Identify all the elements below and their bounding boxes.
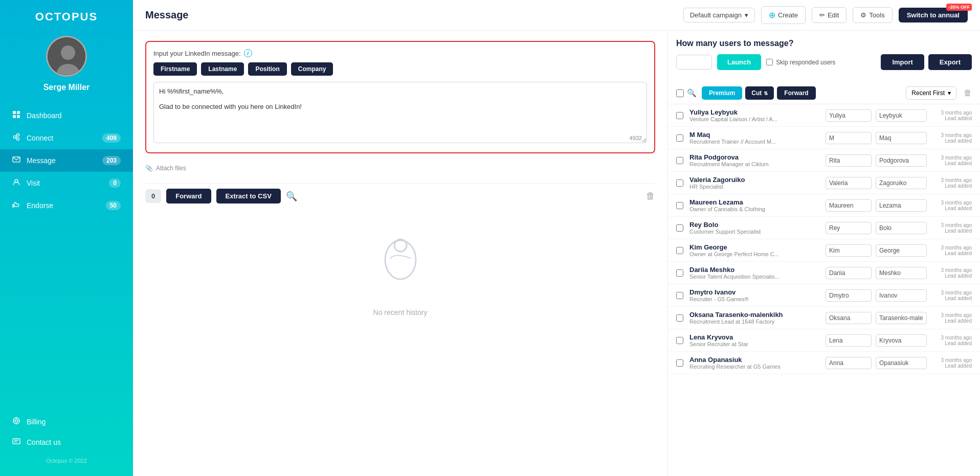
extract-csv-button[interactable]: Extract to CSV <box>216 189 281 203</box>
contact-firstname-input[interactable] <box>826 357 872 369</box>
contact-firstname-input[interactable] <box>826 132 872 144</box>
launch-count-input[interactable] <box>676 55 712 70</box>
contact-lastname-input[interactable] <box>876 312 927 324</box>
contact-checkbox[interactable] <box>676 314 683 322</box>
contact-lastname-input[interactable] <box>876 222 927 234</box>
sidebar-item-dashboard[interactable]: Dashboard <box>0 104 133 127</box>
contact-row: Anna Opanasiuk Recruiting Researcher at … <box>668 352 980 374</box>
launch-button[interactable]: Launch <box>717 54 761 70</box>
premium-filter-button[interactable]: Premium <box>702 86 742 100</box>
contact-lastname-input[interactable] <box>876 199 927 212</box>
contact-firstname-input[interactable] <box>826 109 872 122</box>
contact-firstname-input[interactable] <box>826 177 872 189</box>
contact-checkbox[interactable] <box>676 134 683 142</box>
contact-checkbox[interactable] <box>676 292 683 299</box>
skip-responded-checkbox[interactable] <box>766 59 773 65</box>
main-content: Message Default campaign ▾ ⊕ Create ✏ Ed… <box>133 0 980 476</box>
search-filter-icon[interactable]: 🔍 <box>687 88 697 98</box>
contact-firstname-input[interactable] <box>826 312 872 324</box>
contact-firstname-input[interactable] <box>826 222 872 234</box>
tag-lastname-button[interactable]: Lastname <box>201 62 244 76</box>
create-button[interactable]: ⊕ Create <box>761 6 806 24</box>
contact-lastname-input[interactable] <box>876 357 927 369</box>
trash-filter-icon[interactable]: 🗑 <box>964 88 972 98</box>
switch-annual-button[interactable]: -35% OFF Switch to annual <box>899 8 968 22</box>
contact-firstname-input[interactable] <box>826 334 872 347</box>
contact-lastname-input[interactable] <box>876 177 927 189</box>
contact-firstname-input[interactable] <box>826 267 872 279</box>
tag-position-button[interactable]: Position <box>248 62 286 76</box>
contact-name: Rita Podgorova <box>689 153 821 161</box>
sidebar-item-connect[interactable]: Connect 409 <box>0 127 133 149</box>
tag-company-button[interactable]: Company <box>291 62 333 76</box>
contact-name: Dariia Meshko <box>689 266 821 274</box>
contact-title: Senior Talent Acquisition Specialis... <box>689 274 782 280</box>
contact-lastname-input[interactable] <box>876 267 927 279</box>
contact-checkbox[interactable] <box>676 179 683 187</box>
app-logo: OCTOPUS <box>35 10 98 24</box>
visit-icon <box>12 178 20 188</box>
contact-firstname-input[interactable] <box>826 154 872 167</box>
contact-info: Kim George Owner at George Perfect Home … <box>689 243 821 257</box>
sidebar-item-visit[interactable]: Visit 0 <box>0 172 133 194</box>
campaign-label: Default campaign <box>690 11 742 19</box>
status-badge: Lead added <box>931 138 972 144</box>
contact-firstname-input[interactable] <box>826 199 872 212</box>
contact-lastname-input[interactable] <box>876 109 927 122</box>
contact-checkbox[interactable] <box>676 247 683 254</box>
time-label: 3 months ago <box>931 155 972 161</box>
message-textarea[interactable]: Hi %%first_name%%, Glad to be connected … <box>153 82 647 143</box>
contact-checkbox[interactable] <box>676 112 683 119</box>
export-button[interactable]: Export <box>928 54 972 70</box>
sidebar-item-contact-us[interactable]: Contact us <box>0 432 133 452</box>
tag-firstname-button[interactable]: Firstname <box>153 62 197 76</box>
skip-label: Skip responded users <box>776 59 835 66</box>
message-badge: 203 <box>102 156 121 165</box>
campaign-select[interactable]: Default campaign ▾ <box>683 8 755 22</box>
action-row: 0 Forward Extract to CSV 🔍 🗑 <box>145 183 655 209</box>
switch-annual-label: Switch to annual <box>907 11 960 19</box>
forward-action-button[interactable]: Forward <box>166 189 211 203</box>
content-area: Input your LinkedIn message: i Firstname… <box>133 31 980 476</box>
trash-action-icon[interactable]: 🗑 <box>646 191 655 201</box>
contact-checkbox[interactable] <box>676 202 683 209</box>
tools-button[interactable]: ⚙ Tools <box>853 7 892 23</box>
select-all-checkbox[interactable] <box>676 89 684 97</box>
contact-checkbox[interactable] <box>676 337 683 344</box>
sort-select[interactable]: Recent First ▾ <box>906 86 956 100</box>
forward-filter-button[interactable]: Forward <box>777 86 815 100</box>
cut-label: Cut <box>751 89 762 97</box>
contact-checkbox[interactable] <box>676 157 683 164</box>
contact-checkbox[interactable] <box>676 269 683 277</box>
contact-time: 3 months ago Lead added <box>931 357 972 369</box>
import-button[interactable]: Import <box>881 54 924 70</box>
contact-info: Anna Opanasiuk Recruiting Researcher at … <box>689 356 821 370</box>
right-panel: How many users to message? Launch Skip r… <box>668 31 980 476</box>
contact-lastname-input[interactable] <box>876 132 927 144</box>
svg-line-11 <box>16 138 17 139</box>
contact-lastname-input[interactable] <box>876 289 927 302</box>
contact-firstname-input[interactable] <box>826 289 872 302</box>
contact-name: Valeria Zagoruiko <box>689 176 821 184</box>
edit-button[interactable]: ✏ Edit <box>812 7 847 23</box>
contact-info: M Maq Recruitment Trainer // Account M..… <box>689 131 821 145</box>
sidebar-item-billing[interactable]: Billing <box>0 412 133 432</box>
sidebar-item-message[interactable]: Message 203 <box>0 149 133 172</box>
contact-lastname-input[interactable] <box>876 244 927 257</box>
copyright-text: Octopus © 2022 <box>0 452 133 469</box>
sidebar-item-endorse[interactable]: Endorse 50 <box>0 194 133 217</box>
contact-name: Maureen Lezama <box>689 198 821 206</box>
contact-time: 3 months ago Lead added <box>931 290 972 301</box>
svg-point-16 <box>15 420 18 422</box>
section-label: Input your LinkedIn message: i <box>153 49 647 57</box>
search-action-icon[interactable]: 🔍 <box>286 191 297 202</box>
contact-lastname-input[interactable] <box>876 334 927 347</box>
edit-icon: ✏ <box>819 11 825 19</box>
contact-checkbox[interactable] <box>676 359 683 367</box>
contact-name: Yuliya Leybyuk <box>689 108 821 116</box>
contact-firstname-input[interactable] <box>826 244 872 257</box>
contact-checkbox[interactable] <box>676 224 683 232</box>
info-icon[interactable]: i <box>244 49 252 57</box>
contact-lastname-input[interactable] <box>876 154 927 167</box>
cut-filter-button[interactable]: Cut ⇅ <box>745 86 774 100</box>
